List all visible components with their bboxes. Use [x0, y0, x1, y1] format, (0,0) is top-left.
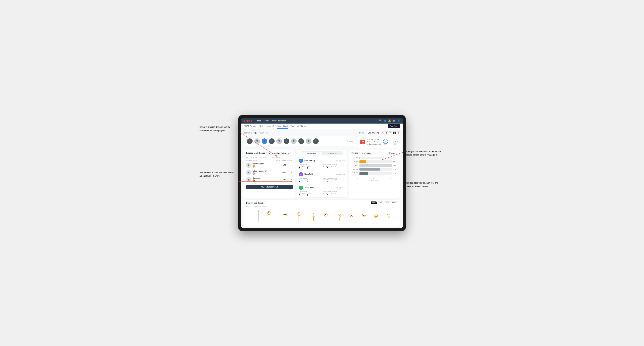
nav-link-home[interactable]: Home [256, 119, 261, 122]
view-full-leaderboard-button[interactable]: View Full Leaderboard [246, 185, 292, 189]
least-active-toggle[interactable]: Least Active [322, 152, 343, 155]
pb-avatar-1: 👤 [246, 163, 251, 168]
pb-badge-3: ★ [252, 179, 278, 182]
streaks-title: Best Round Streaks [246, 202, 264, 204]
annotation-bottom-left: See who is the most and least active amo… [200, 171, 234, 178]
bar-fill-dbogeys [360, 172, 368, 175]
pb-subtitle: PUTT Must Make Putting (3-6 ft), Last 3 … [244, 156, 295, 159]
page-wrapper: Select a practice drill and see the lead… [200, 115, 444, 231]
show-filter: Show: Last 3 months Last 6 months Last y… [359, 131, 400, 135]
bar-track-dbogeys [360, 172, 392, 175]
practice-drill-dropdown[interactable]: PUTT Must Make Putting ... ▾ [266, 152, 290, 155]
shot-circles: 16 yds 0 yds [383, 139, 398, 145]
nav-icons: 🔍 👥 🔔 ⚙️ 👤 [379, 119, 400, 122]
practice-leaderboard-header: Practice Leaderboards PUTT Must Make Put… [244, 150, 295, 156]
avatar-1[interactable]: 👤 [247, 138, 252, 144]
avatar-8[interactable]: 👤 [298, 138, 304, 144]
avatar-7[interactable]: 👤 [291, 138, 296, 144]
tab-putt[interactable]: PUTT [391, 201, 398, 204]
three-col-layout: Practice Leaderboards PUTT Must Make Put… [244, 150, 400, 198]
streaks-chart-area: % A, Fairway Accuracy 7x 6x [246, 208, 398, 224]
gold-medal-icon: ★ [252, 165, 255, 168]
pb-name-area-3: Cameron... ★ [252, 177, 278, 182]
apc-avatar-rees: R [299, 172, 303, 176]
search-icon[interactable]: 🔍 [379, 119, 382, 122]
time-filter-select[interactable]: Last 3 months Last 6 months Last year [366, 131, 383, 135]
bell-icon[interactable]: 🔔 [388, 119, 391, 122]
avatar-2[interactable]: 👤 [254, 138, 260, 144]
add-team-button[interactable]: Add Team [388, 124, 400, 128]
bar-fill-pars [360, 164, 392, 167]
list-view-button[interactable]: ≡ [389, 131, 392, 134]
apc-avatar-josh: J [299, 185, 303, 190]
main-content: Team Clippd | 14 Players ✏️ Show: Last 3… [241, 129, 403, 228]
streak-point-3x-1: 3x [374, 214, 378, 221]
annotation-top-right-1: Here you can see how the team have score… [406, 150, 444, 157]
user-avatar-icon[interactable]: 👤 [397, 119, 400, 122]
bar-pars: Pars 499 [352, 164, 398, 167]
team-header: Team Clippd | 14 Players ✏️ Show: Last 3… [244, 131, 400, 135]
most-active-toggle[interactable]: Most Active [301, 152, 322, 155]
shot-info: Shot Dist: 16 yds Start Lie: Rough End L… [367, 138, 381, 146]
sub-nav-team-clippd[interactable]: Team Clippd [277, 124, 288, 129]
sub-nav-hcaps[interactable]: Hcaps 1-5 [266, 124, 274, 129]
tab-arg[interactable]: ARG [384, 201, 390, 204]
nav-link-teams[interactable]: Teams [264, 119, 269, 122]
avatar-9[interactable]: 👤 [306, 138, 311, 144]
team-title: Team Clippd | 14 Players [244, 132, 264, 134]
nav-link-performance[interactable]: My Performance [272, 119, 286, 122]
sub-nav-all-players[interactable]: All Players [297, 124, 306, 129]
players-row: 👤 👤 👤 👤 👤 👤 👤 👤 👤 👤 Players [244, 136, 356, 146]
par-filter-dropdown[interactable]: Par 3, 4 & 5s ▾ [360, 152, 372, 155]
bronze-medal-icon: ★ [252, 179, 255, 182]
apc-header-blair: B Blair McHarg 26 Aug 2023 [299, 159, 345, 163]
streaks-card: Best Round Streaks OTT APP ARG PUTT Off … [244, 199, 400, 226]
scoring-card: Scoring Par 3, 4 & 5s ▾ All Players ▾ [349, 150, 400, 198]
tablet-device: clippd Home Teams My Performance 🔍 👥 🔔 ⚙… [238, 115, 406, 231]
toggle-header: Most Active Least Active [297, 150, 348, 157]
tab-ott[interactable]: OTT [371, 201, 376, 204]
bar-eagles: Eagles 3 [352, 157, 398, 159]
avatar-5[interactable]: 👤 [276, 138, 282, 144]
sub-nav-tour[interactable]: Tour [291, 124, 294, 129]
pb-name-area-1: Richard Butler ★ [252, 163, 278, 168]
apc-header-josh: J Josh Coles 26 Aug 2023 [299, 185, 345, 190]
avatar-6[interactable]: 👤 [284, 138, 289, 144]
bar-track-birdies [360, 161, 392, 163]
card-view-button[interactable]: ▦ [393, 131, 396, 134]
settings-icon[interactable]: ⚙️ [393, 119, 396, 122]
player-filter-dropdown[interactable]: All Players ▾ [386, 152, 398, 155]
sub-nav-pga[interactable]: PGA [259, 124, 263, 129]
toggle-bar: Most Active Least Active [301, 151, 343, 155]
tab-app[interactable]: APP [377, 201, 383, 204]
streaks-tabs: OTT APP ARG PUTT [371, 201, 398, 204]
active-player-rees: R Rees Britt 02 Sep 2023 Total Rounds To… [297, 171, 348, 184]
view-icons: ⊞ ≡ ▦ ↕ [385, 131, 400, 134]
streak-point-4x-2: 4x [350, 213, 353, 221]
players-label: Players [348, 140, 353, 142]
pb-badge-2: ★ [252, 172, 278, 175]
avatar-4[interactable]: 👤 [269, 138, 274, 144]
streak-point-7x: 7x [267, 211, 270, 220]
grid-view-button[interactable]: ⊞ [385, 131, 388, 134]
bar-dbogeys: D. Bogeys + 131 [352, 172, 398, 175]
shot-card: 198 SC Shot Dist: 16 yds Start Lie: Roug… [358, 136, 400, 148]
streaks-subtitle: Off The Tee, Fairway Accuracy [246, 205, 398, 207]
pb-badge-1: ★ [252, 165, 278, 168]
active-player-blair: B Blair McHarg 26 Aug 2023 Total Rounds … [297, 157, 348, 171]
edit-team-button[interactable]: ✏️ [266, 132, 268, 134]
avatar-3[interactable]: 👤 [262, 138, 267, 144]
people-icon[interactable]: 👥 [384, 119, 386, 122]
shot-circle-2: 0 [393, 139, 398, 144]
sub-nav-pgat[interactable]: PGAT Players [244, 124, 256, 129]
sort-view-button[interactable]: ↕ [397, 131, 400, 134]
bar-fill-bogeys [360, 168, 380, 171]
bar-track-eagles [360, 157, 392, 159]
avatar-10[interactable]: 👤 [313, 138, 319, 144]
streak-point-6x-2: 6x [297, 212, 300, 221]
practice-leaderboard-title: Practice Leaderboards [246, 152, 265, 154]
apc-header-rees: R Rees Britt 02 Sep 2023 [299, 172, 345, 176]
pb-avatar-2: 👤 [246, 170, 251, 175]
pb-name-area-2: Edward Crossman ★ [252, 170, 278, 175]
chart-x-title: Total Shots [349, 180, 400, 181]
